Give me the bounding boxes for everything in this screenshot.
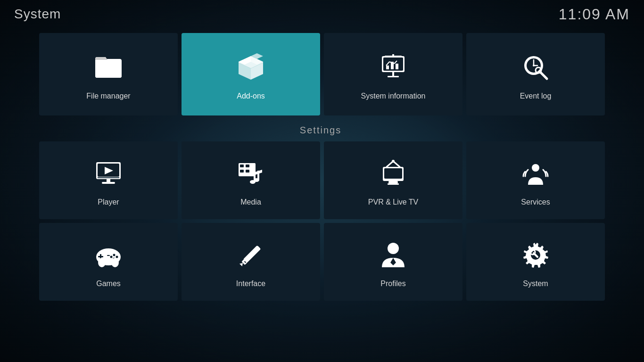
tile-games[interactable]: Games bbox=[39, 223, 178, 301]
file-manager-icon bbox=[90, 49, 127, 86]
games-icon bbox=[90, 236, 127, 274]
svg-rect-33 bbox=[246, 165, 249, 167]
tile-add-ons[interactable]: Add-ons bbox=[182, 33, 320, 115]
profiles-label: Profiles bbox=[380, 280, 405, 288]
svg-rect-14 bbox=[392, 72, 394, 76]
svg-rect-15 bbox=[388, 76, 399, 77]
system-settings-label: System bbox=[523, 280, 548, 288]
svg-line-23 bbox=[540, 72, 547, 79]
svg-rect-28 bbox=[107, 179, 110, 182]
pvr-live-tv-icon bbox=[374, 155, 412, 192]
main-content: File manager bbox=[0, 28, 644, 362]
svg-rect-30 bbox=[98, 177, 119, 178]
svg-point-51 bbox=[113, 254, 116, 256]
tile-system-information[interactable]: System information bbox=[324, 33, 462, 115]
tile-media[interactable]: Media bbox=[182, 141, 320, 219]
system-settings-icon bbox=[517, 236, 554, 274]
svg-rect-57 bbox=[107, 255, 110, 256]
svg-rect-32 bbox=[240, 165, 244, 167]
svg-point-47 bbox=[532, 164, 539, 172]
file-manager-label: File manager bbox=[86, 92, 130, 100]
services-label: Services bbox=[521, 198, 550, 206]
add-ons-icon bbox=[232, 49, 270, 86]
player-label: Player bbox=[98, 198, 119, 206]
system-information-icon bbox=[374, 49, 412, 86]
settings-row-1: Player bbox=[39, 141, 605, 219]
svg-point-55 bbox=[98, 258, 106, 267]
event-log-icon bbox=[517, 49, 554, 86]
svg-rect-35 bbox=[246, 170, 249, 173]
svg-point-54 bbox=[110, 255, 113, 258]
page-wrapper: System 11:09 AM File manager bbox=[0, 0, 644, 362]
svg-point-52 bbox=[116, 255, 118, 258]
settings-row-2: Games bbox=[39, 223, 605, 301]
svg-rect-45 bbox=[388, 181, 398, 183]
svg-point-22 bbox=[533, 65, 535, 66]
svg-rect-44 bbox=[384, 168, 402, 179]
svg-rect-50 bbox=[98, 256, 103, 257]
tile-system-settings[interactable]: System bbox=[466, 223, 605, 301]
svg-rect-17 bbox=[385, 56, 402, 57]
svg-rect-29 bbox=[102, 182, 115, 184]
add-ons-label: Add-ons bbox=[237, 92, 265, 100]
services-icon bbox=[517, 155, 554, 192]
tile-profiles[interactable]: Profiles bbox=[324, 223, 462, 301]
event-log-label: Event log bbox=[520, 92, 552, 100]
media-icon bbox=[232, 155, 270, 192]
tile-pvr-live-tv[interactable]: PVR & Live TV bbox=[324, 141, 462, 219]
svg-rect-46 bbox=[388, 183, 399, 185]
profiles-icon bbox=[374, 236, 412, 274]
system-information-label: System information bbox=[361, 92, 426, 100]
tile-interface[interactable]: Interface bbox=[182, 223, 320, 301]
svg-rect-8 bbox=[386, 66, 389, 69]
svg-rect-34 bbox=[240, 170, 244, 173]
interface-icon bbox=[232, 236, 270, 274]
svg-rect-10 bbox=[396, 64, 398, 69]
svg-point-56 bbox=[111, 258, 119, 267]
pvr-live-tv-label: PVR & Live TV bbox=[368, 198, 418, 206]
svg-point-66 bbox=[388, 243, 399, 254]
player-icon bbox=[90, 155, 127, 192]
tile-file-manager[interactable]: File manager bbox=[39, 33, 178, 115]
page-title: System bbox=[14, 7, 61, 22]
top-row: File manager bbox=[39, 33, 605, 115]
settings-section-title: Settings bbox=[38, 125, 603, 136]
tile-event-log[interactable]: Event log bbox=[466, 33, 605, 115]
header: System 11:09 AM bbox=[0, 0, 644, 28]
interface-label: Interface bbox=[236, 280, 265, 288]
media-label: Media bbox=[240, 198, 261, 206]
tile-services[interactable]: Services bbox=[466, 141, 605, 219]
svg-point-39 bbox=[254, 178, 259, 182]
clock: 11:09 AM bbox=[559, 6, 630, 23]
games-label: Games bbox=[96, 280, 121, 288]
tile-player[interactable]: Player bbox=[39, 141, 178, 219]
svg-point-42 bbox=[392, 160, 395, 163]
svg-rect-64 bbox=[243, 245, 261, 263]
